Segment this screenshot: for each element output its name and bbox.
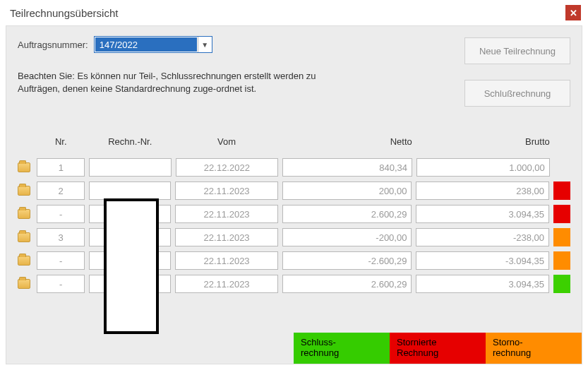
legend-stornorechnung: Storno- rechnung — [486, 333, 582, 364]
folder-icon[interactable] — [18, 209, 30, 219]
table-row[interactable]: -22.11.20232.600,293.094,35 — [18, 275, 570, 293]
status-indicator — [553, 205, 570, 223]
table-row[interactable]: 322.11.2023-200,00-238,00 — [18, 228, 570, 246]
order-number-combo[interactable]: 147/2022 ▼ — [94, 36, 212, 53]
status-indicator — [553, 275, 570, 293]
col-rechnr: Rechn.-Nr. — [89, 136, 171, 147]
info-note: Beachten Sie: Es können nur Teil-, Schlu… — [18, 70, 321, 95]
content-panel: Auftragsnummer: 147/2022 ▼ Beachten Sie:… — [6, 25, 582, 364]
cell-rechnr — [89, 158, 171, 177]
folder-icon[interactable] — [18, 232, 30, 242]
col-vom: Vom — [175, 136, 277, 147]
cell-netto: 200,00 — [282, 181, 412, 200]
new-partial-invoice-button[interactable]: Neue Teilrechnung — [464, 37, 570, 64]
folder-icon[interactable] — [18, 279, 30, 289]
cell-brutto: 1.000,00 — [416, 158, 550, 177]
cell-rechnr — [89, 275, 171, 293]
table-row[interactable]: 222.11.2023200,00238,00 — [18, 181, 570, 200]
window-title: Teilrechnungsübersicht — [10, 7, 118, 19]
cell-brutto: -238,00 — [416, 228, 549, 246]
order-number-label: Auftragsnummer: — [18, 40, 88, 50]
cell-netto: -200,00 — [282, 228, 412, 246]
chevron-down-icon[interactable]: ▼ — [198, 37, 212, 52]
legend-bar: Schluss- rechnung Stornierte Rechnung St… — [6, 333, 582, 364]
cell-vom: 22.12.2022 — [176, 158, 278, 177]
table-header: Nr. Rechn.-Nr. Vom Netto Brutto — [18, 136, 570, 147]
cell-netto: 2.600,29 — [282, 275, 412, 293]
cell-vom: 22.11.2023 — [175, 205, 277, 223]
cell-rechnr — [89, 205, 171, 223]
final-invoice-button[interactable]: Schlußrechnung — [464, 80, 570, 107]
table-row[interactable]: 122.12.2022840,341.000,00 — [18, 158, 570, 177]
close-icon: ✕ — [570, 8, 577, 18]
cell-vom: 22.11.2023 — [175, 275, 277, 293]
folder-icon[interactable] — [18, 256, 30, 266]
legend-stornierte-rechnung: Stornierte Rechnung — [390, 333, 486, 364]
folder-icon[interactable] — [18, 162, 30, 172]
status-indicator — [553, 251, 570, 270]
cell-netto: -2.600,29 — [282, 251, 412, 270]
cell-nr: 1 — [37, 158, 85, 177]
table-row[interactable]: -22.11.20232.600,293.094,35 — [18, 205, 570, 223]
order-number-value: 147/2022 — [95, 37, 197, 52]
cell-nr: 2 — [37, 181, 85, 200]
col-nr: Nr. — [37, 136, 85, 147]
cell-nr: - — [37, 251, 85, 270]
title-bar: Teilrechnungsübersicht ✕ — [0, 0, 588, 25]
cell-netto: 840,34 — [282, 158, 412, 177]
col-brutto: Brutto — [416, 136, 550, 147]
cell-brutto: 3.094,35 — [416, 275, 549, 293]
legend-schlussrechnung: Schluss- rechnung — [294, 333, 390, 364]
cell-brutto: 3.094,35 — [416, 205, 549, 223]
status-indicator — [553, 228, 570, 246]
close-button[interactable]: ✕ — [565, 5, 581, 20]
cell-vom: 22.11.2023 — [175, 181, 277, 200]
col-netto: Netto — [282, 136, 412, 147]
cell-netto: 2.600,29 — [282, 205, 412, 223]
folder-icon[interactable] — [18, 186, 30, 196]
cell-nr: - — [37, 275, 85, 293]
cell-vom: 22.11.2023 — [175, 228, 277, 246]
cell-brutto: 238,00 — [416, 181, 549, 200]
cell-rechnr — [89, 251, 171, 270]
cell-brutto: -3.094,35 — [416, 251, 549, 270]
cell-vom: 22.11.2023 — [175, 251, 277, 270]
table-row[interactable]: -22.11.2023-2.600,29-3.094,35 — [18, 251, 570, 270]
status-indicator — [553, 181, 570, 200]
cell-rechnr — [89, 181, 171, 200]
invoice-table: Nr. Rechn.-Nr. Vom Netto Brutto 122.12.2… — [18, 136, 570, 293]
cell-rechnr — [89, 228, 171, 246]
cell-nr: 3 — [37, 228, 85, 246]
cell-nr: - — [37, 205, 85, 223]
